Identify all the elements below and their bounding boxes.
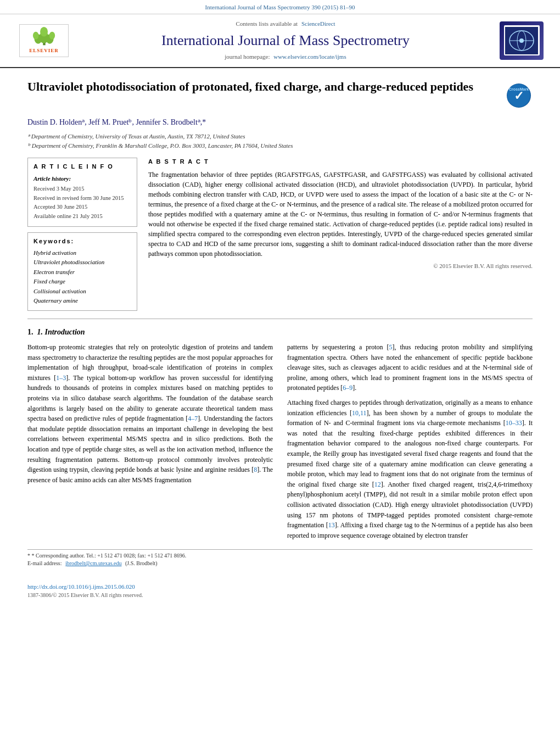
affiliation-b: ᵇ Department of Chemistry, Franklin & Ma… bbox=[27, 141, 533, 150]
homepage-label: journal homepage: bbox=[225, 53, 270, 60]
keywords-header: Keywords: bbox=[33, 237, 131, 246]
abstract-text: The fragmentation behavior of three pept… bbox=[148, 170, 533, 259]
keywords-box: Keywords: Hybrid activation Ultraviolet … bbox=[27, 232, 137, 311]
elsevier-logo-area: ELSEVIER bbox=[11, 24, 77, 57]
elsevier-logo: ELSEVIER bbox=[19, 24, 69, 57]
footnote-star: * bbox=[27, 553, 30, 559]
history-title: Article history: bbox=[33, 175, 131, 183]
crossmark-icon: ✓ CrossMark bbox=[507, 83, 531, 108]
intro-left-para: Bottom-up proteomic strategies that rely… bbox=[27, 342, 273, 485]
ref-link-1-3[interactable]: 1–3 bbox=[56, 374, 66, 382]
journal-citation: International Journal of Mass Spectromet… bbox=[205, 4, 355, 10]
ref-link-8[interactable]: 8 bbox=[254, 466, 257, 473]
keyword-4: Fixed charge bbox=[33, 277, 131, 286]
journal-title-area: Contents lists available at ScienceDirec… bbox=[77, 20, 494, 61]
available-online-date: Available online 21 July 2015 bbox=[33, 213, 131, 221]
ref-link-5[interactable]: 5 bbox=[389, 343, 393, 351]
affiliations: ᵃ Department of Chemistry, University of… bbox=[27, 132, 533, 150]
svg-point-11 bbox=[519, 38, 524, 43]
intro-title: 1. 1. Introduction bbox=[27, 327, 533, 338]
footnote-area: * * Corresponding author. Tel.: +1 512 4… bbox=[27, 549, 533, 567]
ref-link-12[interactable]: 12 bbox=[374, 481, 381, 488]
abstract-copyright: © 2015 Elsevier B.V. All rights reserved… bbox=[148, 262, 533, 270]
corresponding-author-text: * Corresponding author. Tel.: +1 512 471… bbox=[32, 553, 187, 559]
journal-title: International Journal of Mass Spectromet… bbox=[77, 31, 494, 51]
intro-heading: 1. Introduction bbox=[37, 328, 85, 336]
intro-right-col: patterns by sequestering a proton [5], t… bbox=[287, 342, 533, 545]
keyword-2: Ultraviolet photodissociation bbox=[33, 258, 131, 266]
article-info-box: A R T I C L E I N F O Article history: R… bbox=[27, 158, 137, 227]
homepage-link[interactable]: www.elsevier.com/locate/ijms bbox=[273, 53, 346, 60]
article-footer: http://dx.doi.org/10.1016/j.ijms.2015.06… bbox=[0, 578, 560, 605]
keyword-1: Hybrid activation bbox=[33, 249, 131, 257]
section-divider bbox=[27, 319, 533, 319]
journal-homepage-line: journal homepage: www.elsevier.com/locat… bbox=[77, 53, 494, 61]
svg-point-5 bbox=[49, 32, 55, 40]
corresponding-author-footnote: * * Corresponding author. Tel.: +1 512 4… bbox=[27, 552, 533, 560]
journal-logo-inner bbox=[504, 25, 540, 55]
svg-text:CrossMark: CrossMark bbox=[509, 87, 529, 91]
intro-left-col: Bottom-up proteomic strategies that rely… bbox=[27, 342, 273, 545]
ref-link-4-7[interactable]: 4–7 bbox=[188, 415, 198, 422]
email-label: E-mail address: bbox=[27, 560, 61, 566]
ref-link-10-33[interactable]: 10–33 bbox=[506, 419, 522, 427]
abstract-column: A B S T R A C T The fragmentation behavi… bbox=[148, 158, 533, 306]
ref-link-6-9[interactable]: 6–9 bbox=[343, 384, 352, 392]
svg-point-4 bbox=[32, 32, 38, 40]
sciencedirect-link[interactable]: ScienceDirect bbox=[301, 20, 335, 27]
article-info-column: A R T I C L E I N F O Article history: R… bbox=[27, 158, 137, 311]
email-footnote: E-mail address: jbrodbelt@cm.utexas.edu … bbox=[27, 560, 533, 567]
doi-link[interactable]: http://dx.doi.org/10.1016/j.ijms.2015.06… bbox=[27, 583, 135, 590]
footer-copyright: 1387-3806/© 2015 Elsevier B.V. All right… bbox=[27, 592, 533, 599]
journal-citation-bar: International Journal of Mass Spectromet… bbox=[0, 0, 560, 14]
email-suffix: (J.S. Brodbelt) bbox=[125, 560, 158, 566]
doi-line: http://dx.doi.org/10.1016/j.ijms.2015.06… bbox=[27, 582, 533, 592]
elsevier-tree-icon bbox=[29, 27, 59, 46]
keyword-3: Electron transfer bbox=[33, 268, 131, 276]
email-link[interactable]: jbrodbelt@cm.utexas.edu bbox=[65, 560, 122, 566]
intro-body: Bottom-up proteomic strategies that rely… bbox=[27, 342, 533, 545]
keyword-5: Collisional activation bbox=[33, 287, 131, 295]
ref-link-13[interactable]: 13 bbox=[328, 521, 335, 529]
article-title: Ultraviolet photodissociation of protona… bbox=[27, 79, 473, 95]
abstract-header: A B S T R A C T bbox=[148, 158, 533, 166]
article-body: Ultraviolet photodissociation of protona… bbox=[0, 68, 560, 579]
page: International Journal of Mass Spectromet… bbox=[0, 0, 560, 742]
accepted-date: Accepted 30 June 2015 bbox=[33, 203, 131, 211]
elsevier-label: ELSEVIER bbox=[29, 47, 59, 54]
info-abstract-section: A R T I C L E I N F O Article history: R… bbox=[27, 158, 533, 311]
authors-line: Dustin D. Holdenᵃ, Jeff M. Pruetᵇ, Jenni… bbox=[27, 117, 533, 128]
journal-header: ELSEVIER Contents lists available at Sci… bbox=[0, 14, 560, 68]
journal-logo-area bbox=[494, 21, 549, 60]
crossmark-badge[interactable]: ✓ CrossMark bbox=[505, 82, 533, 109]
svg-point-6 bbox=[40, 27, 48, 37]
contents-text: Contents lists available at bbox=[236, 20, 298, 27]
article-title-section: Ultraviolet photodissociation of protona… bbox=[27, 79, 533, 109]
article-info-header: A R T I C L E I N F O bbox=[33, 163, 131, 171]
journal-logo-box bbox=[500, 21, 544, 60]
contents-available-line: Contents lists available at ScienceDirec… bbox=[77, 20, 494, 28]
received-date: Received 3 May 2015 bbox=[33, 185, 131, 193]
section-number: 1. bbox=[27, 328, 33, 336]
keyword-6: Quaternary amine bbox=[33, 297, 131, 305]
ref-link-10-11[interactable]: 10,11 bbox=[352, 409, 367, 417]
intro-right-para-2: Attaching fixed charges to peptides thro… bbox=[287, 398, 533, 540]
received-revised-date: Received in revised form 30 June 2015 bbox=[33, 194, 131, 203]
affiliation-a: ᵃ Department of Chemistry, University of… bbox=[27, 132, 533, 141]
intro-right-para-1: patterns by sequestering a proton [5], t… bbox=[287, 342, 533, 393]
